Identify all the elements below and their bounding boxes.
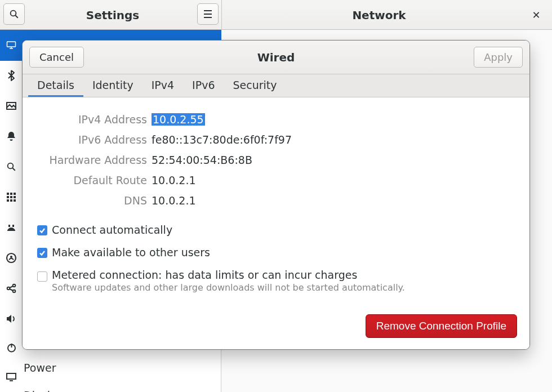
svg-line-10 (12, 168, 15, 171)
tab-details[interactable]: Details (28, 74, 83, 97)
hamburger-button[interactable] (197, 3, 219, 25)
details-grid: IPv4 Address 10.0.2.55 IPv6 Address fe80… (37, 113, 515, 207)
power-icon (0, 334, 23, 362)
checkbox-section: Connect automatically Make available to … (37, 224, 515, 293)
svg-rect-15 (10, 196, 12, 198)
notifications-icon (0, 121, 23, 152)
right-pane-title: Network (221, 0, 537, 30)
svg-point-21 (11, 256, 12, 257)
ipv4-address-value[interactable]: 10.0.2.55 (152, 113, 205, 126)
sidebar-item-power-label[interactable]: Power (24, 362, 56, 374)
dialog-header: Cancel Wired Apply (23, 41, 529, 74)
dns-value[interactable]: 10.0.2.1 (152, 194, 196, 207)
accounts-icon (0, 243, 23, 273)
network-icon (0, 30, 23, 60)
cancel-button[interactable]: Cancel (29, 47, 84, 68)
dialog-body: IPv4 Address 10.0.2.55 IPv6 Address fe80… (23, 97, 529, 350)
svg-rect-14 (7, 196, 9, 198)
sound-icon (0, 304, 23, 334)
apps-icon (0, 182, 23, 212)
svg-point-23 (13, 284, 16, 287)
svg-rect-12 (10, 193, 12, 195)
svg-rect-19 (14, 199, 16, 202)
dialog-title: Wired (257, 51, 295, 64)
check-metered[interactable]: Metered connection: has data limits or c… (37, 269, 515, 293)
hardware-address-label: Hardware Address (37, 154, 147, 166)
remove-connection-button[interactable]: Remove Connection Profile (366, 314, 517, 338)
search-icon (9, 9, 19, 19)
apply-button[interactable]: Apply (474, 47, 523, 68)
checkbox-icon (37, 271, 47, 282)
settings-title: Settings (28, 0, 197, 30)
svg-rect-17 (7, 199, 9, 202)
svg-line-1 (15, 15, 18, 18)
hamburger-icon (203, 10, 212, 18)
displays-icon (0, 362, 23, 392)
default-route-label: Default Route (37, 174, 147, 186)
tab-ipv6[interactable]: IPv6 (183, 74, 224, 97)
ipv6-address-label: IPv6 Address (37, 133, 147, 146)
svg-rect-13 (14, 193, 16, 195)
check-connect-automatically[interactable]: Connect automatically (37, 224, 515, 236)
default-route-value[interactable]: 10.0.2.1 (152, 174, 196, 186)
check-auto-label: Connect automatically (52, 224, 172, 236)
search-panel-icon (0, 152, 23, 182)
tab-ipv4[interactable]: IPv4 (143, 74, 183, 97)
sidebar-iconstrip (0, 30, 23, 392)
svg-rect-16 (14, 196, 16, 198)
check-metered-label: Metered connection: has data limits or c… (52, 269, 405, 281)
svg-rect-11 (7, 193, 9, 195)
window-close-button[interactable]: ✕ (524, 0, 549, 30)
connection-editor-dialog: Cancel Wired Apply Details Identity IPv4… (22, 40, 530, 350)
background-icon (0, 91, 23, 121)
dns-label: DNS (37, 194, 147, 207)
sharing-icon (0, 273, 23, 304)
tab-security[interactable]: Security (224, 74, 286, 97)
check-metered-sublabel: Software updates and other large downloa… (52, 282, 405, 293)
ipv4-address-label: IPv4 Address (37, 113, 147, 126)
ipv6-address-value[interactable]: fe80::13c7:80de:6f0f:7f97 (152, 133, 292, 146)
svg-point-9 (8, 163, 14, 169)
svg-line-25 (10, 286, 13, 288)
privacy-icon (0, 212, 23, 243)
svg-point-0 (11, 11, 16, 16)
checkbox-icon (37, 248, 47, 258)
close-icon: ✕ (532, 9, 540, 21)
svg-point-22 (7, 287, 10, 290)
svg-rect-18 (10, 199, 12, 202)
hardware-address-value[interactable]: 52:54:00:54:B6:8B (152, 154, 252, 166)
bluetooth-icon (0, 60, 23, 91)
search-button[interactable] (3, 3, 25, 25)
svg-rect-29 (7, 373, 16, 379)
svg-line-26 (10, 289, 13, 291)
check-make-available[interactable]: Make available to other users (37, 246, 515, 259)
checkbox-icon (37, 225, 47, 235)
app-header: Settings Network ✕ (0, 0, 552, 30)
sidebar-item-displays-label[interactable]: Displays (24, 389, 69, 392)
dialog-tabs: Details Identity IPv4 IPv6 Security (23, 74, 529, 97)
svg-point-24 (13, 290, 16, 293)
svg-rect-5 (7, 42, 16, 47)
check-share-label: Make available to other users (52, 246, 210, 259)
tab-identity[interactable]: Identity (83, 74, 143, 97)
